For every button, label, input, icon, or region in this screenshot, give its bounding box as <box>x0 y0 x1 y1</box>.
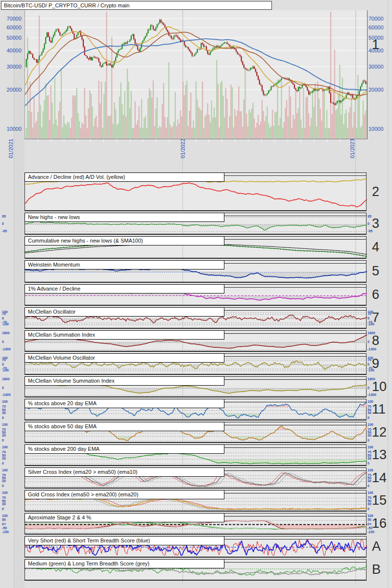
panel-axis-label-left: 100 <box>2 468 14 472</box>
y-axis-label-right: 10000 <box>368 126 390 132</box>
panel-label-13: % stocks above 200 day EMA <box>24 444 224 454</box>
panel-marker-8: 8 <box>372 334 379 347</box>
panel-6: 1% Advance / Decline <box>24 284 367 306</box>
panel-axis-label-left: -100 <box>2 322 14 326</box>
panel-B: Medium (green) & Long Term Breadth Score… <box>24 559 367 581</box>
y-axis-label-left: 10000 <box>0 126 22 132</box>
panel-A: Very Short (red) & Short Term Breadth Sc… <box>24 536 367 558</box>
price-chart-canvas[interactable] <box>25 10 367 139</box>
panel-11: % stocks above 20 day EMA <box>24 399 367 420</box>
panel-15: Gold Cross Index (ema50 > ema200) (ema20… <box>24 490 367 512</box>
chart-title-bar[interactable]: Bitcoin/BTC-USD/ P_CRYPTO_CURR / Crypto … <box>1 1 272 10</box>
panel-axis-label-left: 70 <box>2 312 14 316</box>
panel-label-10: McClellan Volume Summation Index <box>24 376 224 386</box>
y-axis-label-right: 70000 <box>368 16 390 22</box>
y-axis-label-right: 60000 <box>368 24 390 30</box>
panel-header-step <box>220 536 367 539</box>
month-tick <box>300 139 301 143</box>
panel-14: Silver Cross Index (ema20 > ema50) (ema1… <box>24 467 367 489</box>
panel-axis-label-left: 0 <box>2 317 14 320</box>
panel-marker-B: B <box>372 563 381 576</box>
panel-axis-label-left: 70 <box>2 358 14 362</box>
month-tick <box>340 139 341 143</box>
panel-label-16: Aproximate Stage 2 & 4 % <box>24 513 224 522</box>
panel-header-step <box>220 330 367 334</box>
panel-axis-label-left: 0 <box>2 484 14 488</box>
month-tick <box>130 139 130 143</box>
month-tick <box>117 139 117 143</box>
panel-4: Cummulative new highs - new lows (& SMA1… <box>24 236 367 259</box>
month-tick <box>77 139 77 143</box>
y-axis-label-left: 40000 <box>0 48 22 53</box>
series-cum-nh-nl <box>25 244 367 256</box>
panel-marker-4: 4 <box>372 241 379 254</box>
panel-axis-label-left: -95 <box>2 229 14 233</box>
month-tick <box>327 139 327 143</box>
y-axis-label-right: 20000 <box>368 87 390 93</box>
panel-label-12: % stocks above 50 day EMA <box>24 422 224 431</box>
panel-5: Weinstein Momentum <box>24 260 367 283</box>
panel-9: McClellan Volume Oscillator <box>24 353 367 375</box>
panel-marker-16: 16 <box>372 517 387 530</box>
month-tick <box>221 139 222 143</box>
panel-marker-13: 13 <box>372 448 387 462</box>
panel-axis-label-left: 0 <box>2 222 14 226</box>
main-price-chart[interactable] <box>24 10 368 139</box>
x-axis-label: 01/2023 <box>349 133 355 164</box>
panel-axis-label-right: -1300 <box>368 347 382 351</box>
panel-label-6: 1% Advance / Decline <box>24 284 224 294</box>
panel-13: % stocks above 200 day EMA <box>24 444 367 466</box>
month-tick <box>196 139 196 143</box>
panel-axis-label-left: 0 <box>2 462 14 466</box>
panel-header-step <box>220 307 367 311</box>
panel-axis-label-left: 50 <box>2 518 14 522</box>
panel-8: McClellan Summation Index <box>24 330 367 352</box>
panel-axis-label-left: 1600 <box>2 331 14 335</box>
panel-label-B: Medium (green) & Long Term Breadth Score… <box>24 559 224 568</box>
panel-axis-label-right: 0 <box>368 507 382 511</box>
series-gold-cross-grey <box>25 498 367 510</box>
panel-marker-10: 10 <box>372 380 387 393</box>
panel-axis-label-left: 100 <box>2 491 14 495</box>
month-tick <box>314 139 314 143</box>
panel-axis-label-left: 0 <box>2 439 14 442</box>
month-tick <box>274 139 275 143</box>
panel-label-4: Cummulative new highs - new lows (& SMA1… <box>24 236 224 245</box>
panel-axis-label-left: -1300 <box>2 347 14 351</box>
panel-axis-label-right: 0 <box>368 462 382 466</box>
series-advance-decline <box>25 183 367 207</box>
panel-10: McClellan Volume Summation Index <box>24 376 367 397</box>
panel-axis-label-left: 100 <box>2 400 14 404</box>
panel-marker-3: 3 <box>372 217 379 230</box>
month-tick <box>248 139 248 143</box>
year-gridline <box>355 581 356 585</box>
panel-axis-label-left: -50 <box>2 526 14 530</box>
panel-label-9: McClellan Volume Oscillator <box>24 353 224 363</box>
month-tick <box>288 139 288 143</box>
y-axis-label-left: 70000 <box>0 16 22 22</box>
panel-label-14: Silver Cross Index (ema20 > ema50) (ema1… <box>24 467 224 477</box>
year-gridline <box>355 139 356 172</box>
panel-axis-label-left: 30 <box>2 479 14 483</box>
month-tick <box>235 139 235 143</box>
panel-2: Advance / Decline (red) A/D Vol. (yellow… <box>24 172 367 211</box>
panel-marker-6: 6 <box>372 288 379 301</box>
panel-header-step <box>220 236 367 240</box>
panel-axis-label-left: 100 <box>2 423 14 427</box>
month-tick <box>90 139 91 143</box>
month-tick <box>64 139 64 143</box>
panel-axis-label-left: -1300 <box>2 393 14 397</box>
panel-3: New highs - new lows <box>24 213 367 235</box>
panel-axis-label-left: 0 <box>2 507 14 511</box>
panel-axis-label-left: 100 <box>2 514 14 518</box>
panel-label-2: Advance / Decline (red) A/D Vol. (yellow… <box>24 172 224 182</box>
month-tick <box>143 139 143 143</box>
panel-axis-label-left: 0+ <box>2 522 14 526</box>
panel-7: McClellan Oscillator <box>24 307 367 329</box>
panel-axis-label-left: 0 <box>2 416 14 420</box>
panel-marker-15: 15 <box>372 494 387 507</box>
panel-header-step <box>220 172 367 176</box>
panel-marker-2: 2 <box>372 185 379 198</box>
year-gridline <box>182 581 183 585</box>
panel-axis-label-left: 30 <box>2 411 14 415</box>
